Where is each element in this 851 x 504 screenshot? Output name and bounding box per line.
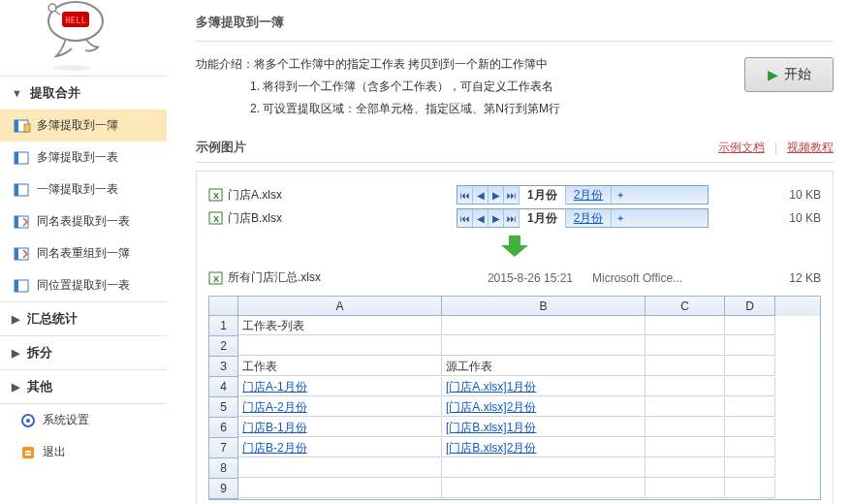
start-button[interactable]: ▶ 开始 xyxy=(744,57,834,92)
sidebar-item-label: 多簿提取到一表 xyxy=(37,149,118,166)
svg-rect-22 xyxy=(25,451,31,453)
cell-C xyxy=(646,316,725,335)
tab-prev-icon[interactable]: ◀ xyxy=(473,186,489,204)
row-header: 1 xyxy=(209,316,238,336)
sheet-row: 3工作表源工作表 xyxy=(209,357,820,377)
file-size: 10 KB xyxy=(763,188,821,202)
sheet-corner xyxy=(209,297,238,316)
tab-last-icon[interactable]: ⏭ xyxy=(504,186,520,204)
arrow-right-icon: ▶ xyxy=(12,347,19,360)
svg-point-5 xyxy=(52,65,91,71)
row-header: 6 xyxy=(209,418,238,438)
cell-B[interactable]: [门店B.xlsx]1月份 xyxy=(442,418,646,437)
cell-C xyxy=(646,397,725,417)
sidebar-item-same-name-to-sheet[interactable]: 同名表提取到一表 xyxy=(0,205,167,237)
xlsx-icon: X xyxy=(208,271,224,285)
workbook-icon xyxy=(14,214,31,230)
cell-C xyxy=(646,438,725,457)
cell-C xyxy=(646,479,725,498)
sheet-tab-icon[interactable]: ✦ xyxy=(612,190,629,201)
sidebar-item-multi-to-one-sheet[interactable]: 多簿提取到一表 xyxy=(0,142,167,173)
arrow-right-icon: ▶ xyxy=(12,381,19,394)
sidebar-item-label: 退出 xyxy=(43,444,66,460)
arrow-down-icon: ▼ xyxy=(12,87,22,99)
source-filename: 门店B.xlsx xyxy=(228,210,282,227)
cell-B xyxy=(442,458,646,478)
xlsx-icon: X xyxy=(208,211,224,225)
sidebar-item-same-pos-to-sheet[interactable]: 同位置提取到一表 xyxy=(0,269,167,301)
cell-B: 源工作表 xyxy=(442,357,646,376)
tab-next-icon[interactable]: ▶ xyxy=(489,209,504,227)
feature-description: 功能介绍：将多个工作簿中的指定工作表 拷贝到到一个新的工作簿中 1. 将得到一个… xyxy=(196,53,744,119)
sidebar: ▼ 提取合并 多簿提取到一簿 多簿提取到一表 一簿提取到一表 同名表提取到一表 xyxy=(0,76,167,468)
example-panel: X门店A.xlsx⏮◀▶⏭1月份2月份✦10 KBX门店B.xlsx⏮◀▶⏭1月… xyxy=(196,171,834,504)
cell-A[interactable]: 门店A-1月份 xyxy=(238,377,442,396)
tab-first-icon[interactable]: ⏮ xyxy=(457,186,473,204)
cell-A[interactable]: 门店B-2月份 xyxy=(238,438,442,457)
svg-text:X: X xyxy=(213,191,219,201)
cell-C xyxy=(646,336,725,356)
svg-rect-12 xyxy=(15,184,18,196)
sidebar-exit[interactable]: 退出 xyxy=(0,436,167,468)
svg-rect-18 xyxy=(15,280,18,292)
section-label: 拆分 xyxy=(27,344,52,362)
sidebar-section-extract[interactable]: ▼ 提取合并 xyxy=(0,76,167,110)
sheet-tab-active[interactable]: 1月份 xyxy=(520,209,566,228)
sheet-tab-icon[interactable]: ✦ xyxy=(612,213,629,224)
cell-B[interactable]: [门店A.xlsx]2月份 xyxy=(442,397,646,417)
sidebar-item-multi-to-one-book[interactable]: 多簿提取到一簿 xyxy=(0,110,167,142)
svg-text:HELL: HELL xyxy=(65,16,86,25)
sidebar-item-label: 同名表提取到一表 xyxy=(37,213,130,230)
separator: | xyxy=(774,141,777,154)
svg-text:X: X xyxy=(213,274,219,284)
page-title: 多簿提取到一簿 xyxy=(196,0,834,42)
source-file-row: X门店B.xlsx⏮◀▶⏭1月份2月份✦10 KB xyxy=(208,206,821,230)
play-icon: ▶ xyxy=(768,67,778,82)
sidebar-section-summary[interactable]: ▶ 汇总统计 xyxy=(0,301,167,335)
workbook-icon xyxy=(14,246,31,262)
video-tutorial-link[interactable]: 视频教程 xyxy=(787,140,834,156)
col-header-A: A xyxy=(238,297,442,316)
exit-icon xyxy=(19,445,37,460)
arrow-right-icon: ▶ xyxy=(12,313,19,326)
row-header: 5 xyxy=(209,397,238,418)
sheet-row: 5门店A-2月份[门店A.xlsx]2月份 xyxy=(209,397,820,418)
sidebar-section-other[interactable]: ▶ 其他 xyxy=(0,369,167,404)
cell-A[interactable]: 门店A-2月份 xyxy=(238,397,442,417)
sidebar-settings[interactable]: 系统设置 xyxy=(0,404,167,436)
cell-B xyxy=(442,479,646,498)
sheet-tab[interactable]: 2月份 xyxy=(566,186,613,205)
source-file-row: X门店A.xlsx⏮◀▶⏭1月份2月份✦10 KB xyxy=(208,183,821,206)
svg-rect-7 xyxy=(15,120,18,132)
tab-first-icon[interactable]: ⏮ xyxy=(457,209,473,227)
sheet-row: 1工作表-列表 xyxy=(209,316,820,336)
cell-D xyxy=(725,336,775,356)
intro-text: 将多个工作簿中的指定工作表 拷贝到到一个新的工作簿中 xyxy=(254,57,548,71)
cell-D xyxy=(725,458,775,478)
col-header-B: B xyxy=(442,297,646,316)
cell-C xyxy=(646,357,725,376)
feature-point-2: 2. 可设置提取区域：全部单元格、指定区域、第N行到第M行 xyxy=(250,98,744,120)
sidebar-item-one-book-to-one-sheet[interactable]: 一簿提取到一表 xyxy=(0,173,167,205)
example-title: 示例图片 xyxy=(196,139,709,156)
result-size: 12 KB xyxy=(763,271,821,285)
result-app: Microsoft Office... xyxy=(573,271,718,285)
example-doc-link[interactable]: 示例文档 xyxy=(718,140,765,156)
tab-last-icon[interactable]: ⏭ xyxy=(504,209,520,227)
sidebar-item-same-name-to-book[interactable]: 同名表重组到一簿 xyxy=(0,237,167,269)
row-header: 2 xyxy=(209,336,238,357)
svg-rect-14 xyxy=(15,216,18,228)
sidebar-section-split[interactable]: ▶ 拆分 xyxy=(0,335,167,369)
cell-A[interactable]: 门店B-1月份 xyxy=(238,418,442,437)
file-size: 10 KB xyxy=(763,211,821,225)
sheet-row: 8 xyxy=(209,458,820,479)
sheet-tab-active[interactable]: 1月份 xyxy=(520,186,566,205)
svg-rect-23 xyxy=(25,454,31,456)
tab-prev-icon[interactable]: ◀ xyxy=(473,209,489,227)
cell-B[interactable]: [门店A.xlsx]1月份 xyxy=(442,377,646,396)
sheet-tab-strip: ⏮◀▶⏭1月份2月份✦ xyxy=(457,185,709,205)
sheet-tab[interactable]: 2月份 xyxy=(566,209,613,228)
tab-next-icon[interactable]: ▶ xyxy=(489,186,504,204)
cell-B[interactable]: [门店B.xlsx]2月份 xyxy=(442,438,646,457)
svg-rect-8 xyxy=(24,124,30,132)
